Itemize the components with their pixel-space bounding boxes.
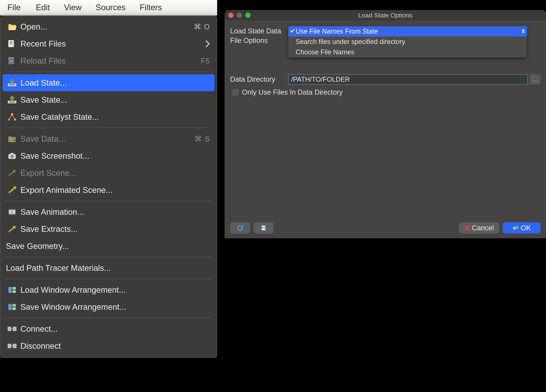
recent-files-icon [5,40,19,48]
dialog-body: Load State Data File Options Use File Na… [225,20,546,238]
separator [5,72,213,72]
menu-save-screenshot-label: Save Screenshot... [19,151,210,161]
svg-rect-27 [13,307,16,310]
cancel-x-icon [464,225,470,231]
menu-save-geometry-label: Save Geometry... [5,242,210,251]
combo-option-use-file-names[interactable]: Use File Names From State [288,26,526,37]
separator [5,318,213,318]
cancel-button[interactable]: Cancel [459,222,499,234]
svg-rect-28 [8,327,11,331]
menu-export-scene: Export Scene... [3,164,214,182]
dialog-titlebar: Load State Options [225,10,546,20]
file-options-row: Load State Data File Options Use File Na… [230,26,540,58]
menu-save-animation[interactable]: Save Animation... [3,203,214,221]
only-use-files-row: Only Use Files In Data Directory [230,88,540,96]
data-directory-label: Data Directory [230,74,288,84]
menu-export-animated-scene-label: Export Animated Scene... [19,185,210,195]
menu-save-extracts-label: Save Extracts... [19,224,210,234]
svg-rect-30 [8,344,11,348]
menu-load-window-arrangement[interactable]: Load Window Arrangement... [3,281,214,299]
export-scene-icon [5,169,19,177]
separator [5,257,213,257]
svg-rect-26 [13,304,16,307]
menubar: File Edit View Sources Filters [0,0,217,16]
menu-save-extracts[interactable]: Save Extracts... [3,221,214,238]
svg-rect-19 [9,214,15,215]
connect-icon [5,325,19,333]
menu-load-window-arrangement-label: Load Window Arrangement... [19,285,210,294]
menubar-item-filters[interactable]: Filters [133,1,169,14]
menu-save-data-shortcut: ⌘ S [195,135,210,143]
menu-recent-files-label: Recent Files [19,39,205,48]
menu-recent-files[interactable]: Recent Files [3,35,214,52]
menu-save-data: Save Data... ⌘ S [3,130,214,147]
window-arrangement-icon [5,303,19,311]
save-data-icon [5,135,19,143]
save-defaults-button[interactable] [254,222,273,234]
menu-save-animation-label: Save Animation... [19,207,210,217]
combo-option-search-files[interactable]: Search files under specified directory [288,37,526,47]
menu-open-label: Open... [19,22,194,31]
only-use-files-checkbox-row[interactable]: Only Use Files In Data Directory [232,88,343,96]
check-icon [290,29,294,33]
svg-rect-31 [13,344,17,348]
menu-save-screenshot[interactable]: Save Screenshot... [3,147,214,164]
ok-button[interactable]: OK [503,222,540,234]
browse-button[interactable]: ... [530,74,540,85]
file-options-combobox[interactable]: Use File Names From State Search files u… [288,26,527,58]
menubar-item-view[interactable]: View [57,1,89,14]
chevron-up-icon [522,29,525,31]
file-options-label: Load State Data File Options [230,26,288,46]
menu-save-window-arrangement[interactable]: Save Window Arrangement... [3,299,214,315]
floppy-disk-icon [260,225,267,231]
window-arrangement-icon [5,286,19,294]
separator [5,201,213,201]
catalyst-icon [5,113,19,121]
menu-save-state-label: Save State... [19,95,210,105]
svg-rect-33 [262,228,265,230]
menu-export-animated-scene[interactable]: Export Animated Scene... [3,182,214,199]
save-extracts-icon [5,225,19,233]
menu-save-state[interactable]: Save State... [3,91,214,108]
menu-load-path-tracer-materials[interactable]: Load Path Tracer Materials... [3,260,214,277]
file-menu-area: File Edit View Sources Filters Open... ⌘… [0,0,217,358]
menubar-item-edit[interactable]: Edit [29,1,57,14]
load-state-options-dialog: Load State Options Load State Data File … [225,10,546,238]
folder-open-icon [5,23,19,30]
menu-export-scene-label: Export Scene... [19,168,210,178]
menu-load-path-tracer-materials-label: Load Path Tracer Materials... [5,263,210,273]
svg-point-6 [8,118,10,121]
svg-rect-23 [13,287,16,289]
data-directory-input[interactable] [288,74,528,85]
data-directory-row: Data Directory ... [230,74,540,85]
menu-connect[interactable]: Connect... [3,320,214,337]
menu-open[interactable]: Open... ⌘ O [3,18,214,35]
chevron-right-icon [205,40,210,47]
menu-save-catalyst-state-label: Save Catalyst State... [19,112,210,122]
svg-point-11 [10,155,14,158]
load-state-icon [5,79,19,87]
svg-rect-24 [13,290,16,293]
svg-rect-5 [9,101,15,103]
menu-save-catalyst-state[interactable]: Save Catalyst State... [3,108,214,125]
menu-load-state[interactable]: Load State... [3,74,214,91]
menu-connect-label: Connect... [19,324,210,333]
save-animation-icon [5,208,19,216]
menu-disconnect[interactable]: Disconnect [3,337,214,354]
svg-rect-18 [9,209,15,210]
menubar-item-sources[interactable]: Sources [89,1,132,14]
combo-stepper[interactable] [520,26,527,36]
enter-arrow-icon [512,225,519,231]
menu-disconnect-label: Disconnect [19,341,210,351]
reset-button[interactable] [230,222,250,234]
svg-rect-25 [8,304,12,310]
only-use-files-label: Only Use Files In Data Directory [242,88,343,96]
export-animated-scene-icon [5,186,19,194]
disconnect-icon [5,342,19,350]
combo-option-choose-file-names[interactable]: Choose File Names [288,47,526,57]
menu-save-geometry[interactable]: Save Geometry... [3,238,214,255]
menubar-item-file[interactable]: File [0,1,29,14]
checkbox[interactable] [232,89,239,96]
svg-rect-29 [13,327,17,331]
dialog-footer: Cancel OK [230,222,540,234]
